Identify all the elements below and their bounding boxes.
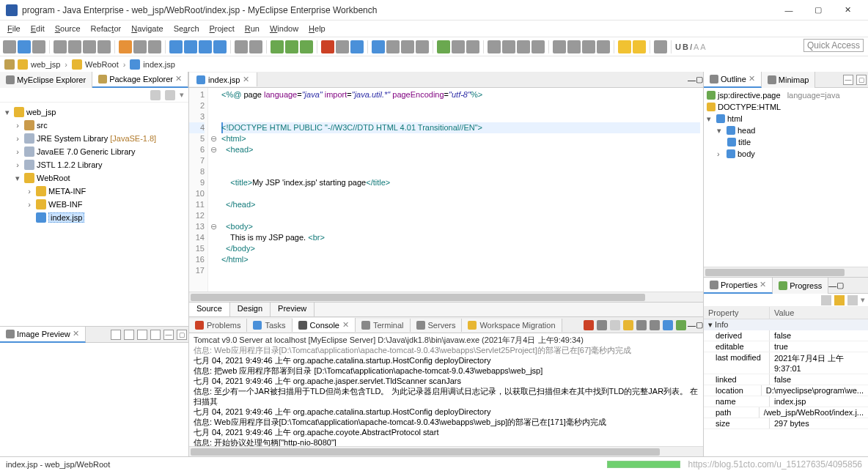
tool-save[interactable] (18, 40, 31, 53)
ip-b2[interactable] (124, 330, 134, 340)
tool-22[interactable] (350, 40, 364, 53)
console-removeall-icon[interactable] (610, 320, 620, 330)
tree-project[interactable]: ▾ web_jsp (0, 105, 188, 119)
mode-source[interactable]: Source (189, 303, 230, 316)
tool-9[interactable] (133, 40, 147, 53)
maximize-button[interactable]: ▢ (803, 0, 833, 21)
menu-run[interactable]: Run (240, 23, 264, 34)
close-button[interactable]: ✕ (833, 0, 862, 21)
tree-javaee[interactable]: › JavaEE 7.0 Generic Library (0, 145, 188, 158)
tab-tasks[interactable]: Tasks (247, 319, 292, 332)
outline-jsp-directive[interactable]: jsp:directive.page language=java (707, 89, 865, 101)
console-terminate-icon[interactable] (584, 320, 594, 330)
console-clear-icon[interactable] (636, 320, 647, 330)
props-tool2[interactable] (834, 295, 845, 305)
code-editor[interactable]: 1234567891011121314151617 ⊖⊖ ⊖ <%@ page … (189, 88, 703, 292)
tool-stop[interactable] (321, 40, 334, 53)
ip-min[interactable]: — (163, 330, 174, 340)
tab-image-preview[interactable]: Image Preview ✕ (0, 327, 86, 343)
tool-15[interactable] (235, 40, 248, 53)
tool-37[interactable] (597, 40, 610, 53)
console-remove-icon[interactable] (597, 320, 607, 330)
menu-window[interactable]: Window (265, 23, 303, 34)
props-min[interactable]: — (828, 281, 836, 290)
console-scroll-lock-icon[interactable] (623, 320, 633, 330)
prop-row-editable[interactable]: editabletrue (704, 341, 868, 352)
tool-23[interactable] (372, 40, 385, 53)
tool-13[interactable] (199, 40, 212, 53)
dock-max[interactable]: ▢ (696, 320, 703, 330)
text-bold-icon[interactable]: U (675, 42, 681, 51)
menu-navigate[interactable]: Navigate (127, 23, 167, 34)
tab-problems[interactable]: Problems (189, 319, 247, 332)
tool-35[interactable] (567, 40, 581, 53)
text-italic-icon[interactable]: I (690, 42, 692, 51)
tool-30[interactable] (488, 40, 501, 53)
prop-row-location[interactable]: locationD:\myeclipse\program\we... (704, 385, 868, 396)
breadcrumb-item[interactable]: WebRoot (85, 60, 119, 69)
tool-debug[interactable] (271, 40, 284, 53)
tool-8[interactable] (119, 40, 132, 53)
tab-myeclipse-explorer[interactable]: MyEclipse Explorer (0, 72, 92, 88)
tool-24[interactable] (386, 40, 400, 53)
tool-run[interactable] (285, 40, 298, 53)
menu-help[interactable]: Help (304, 23, 330, 34)
tree-index-jsp[interactable]: index.jsp (0, 211, 188, 224)
tool-27[interactable] (437, 40, 450, 53)
props-dropdown-icon[interactable]: ▾ (861, 295, 865, 305)
outline-html[interactable]: ▾html (707, 113, 865, 125)
text-a2-icon[interactable]: A (700, 42, 705, 51)
tree-src[interactable]: › src (0, 119, 188, 132)
close-icon[interactable]: ✕ (243, 75, 249, 84)
fold-gutter[interactable]: ⊖⊖ ⊖ (208, 88, 218, 292)
editor-max[interactable]: ▢ (696, 75, 703, 84)
prop-row-name[interactable]: nameindex.jsp (704, 396, 868, 407)
tool-36[interactable] (582, 40, 595, 53)
tool-33[interactable] (532, 40, 545, 53)
tool-40[interactable] (654, 40, 667, 53)
tool-32[interactable] (517, 40, 530, 53)
tree-metainf[interactable]: › META-INF (0, 185, 188, 198)
menu-search[interactable]: Search (169, 23, 204, 34)
tab-minimap[interactable]: Minimap (762, 72, 816, 88)
minimize-button[interactable]: — (774, 0, 803, 21)
tree-webinf[interactable]: › WEB-INF (0, 198, 188, 211)
close-icon[interactable]: ✕ (749, 74, 755, 84)
tool-coverage[interactable] (300, 40, 313, 53)
prop-row-last-modified[interactable]: last modified2021年7月4日 上午9:37:01 (704, 352, 868, 374)
tool-new[interactable] (3, 40, 16, 53)
ip-max[interactable]: ▢ (177, 330, 187, 340)
tab-terminal[interactable]: Terminal (356, 319, 411, 332)
link-editor-icon[interactable] (165, 90, 175, 100)
close-icon[interactable]: ✕ (175, 74, 182, 84)
breadcrumb-item[interactable]: web_jsp (31, 60, 60, 69)
breadcrumb-item[interactable]: index.jsp (143, 60, 174, 69)
prop-row-size[interactable]: size297 bytes (704, 418, 868, 429)
tool-7[interactable] (98, 40, 111, 53)
close-icon[interactable]: ✕ (342, 320, 349, 330)
tool-26[interactable] (416, 40, 429, 53)
tab-outline[interactable]: Outline ✕ (704, 72, 762, 88)
menu-file[interactable]: File (3, 23, 25, 34)
menu-refactor[interactable]: Refactor (87, 23, 126, 34)
close-icon[interactable]: ✕ (73, 329, 79, 338)
console-output[interactable]: Tomcat v9.0 Server at localhost [MyEclip… (189, 333, 703, 446)
props-max[interactable]: ▢ (836, 281, 844, 290)
menu-source[interactable]: Source (51, 23, 85, 34)
tool-28[interactable] (452, 40, 465, 53)
text-a1-icon[interactable]: A (694, 42, 699, 51)
tool-11[interactable] (169, 40, 183, 53)
props-col-value[interactable]: Value (770, 307, 868, 319)
text-bold-icon2[interactable]: B (683, 42, 688, 51)
tool-21[interactable] (336, 40, 349, 53)
tool-16[interactable] (249, 40, 262, 53)
tab-workspace-migration[interactable]: Workspace Migration (462, 319, 562, 332)
prop-row-derived[interactable]: derivedfalse (704, 330, 868, 341)
console-display-icon[interactable] (663, 320, 673, 330)
tab-console[interactable]: Console✕ (293, 318, 356, 332)
mode-preview[interactable]: Preview (271, 303, 315, 316)
ip-b4[interactable] (150, 330, 161, 340)
code-content[interactable]: <%@ page language="java" import="java.ut… (218, 88, 703, 292)
props-col-property[interactable]: Property (704, 307, 770, 319)
tab-servers[interactable]: Servers (411, 319, 463, 332)
